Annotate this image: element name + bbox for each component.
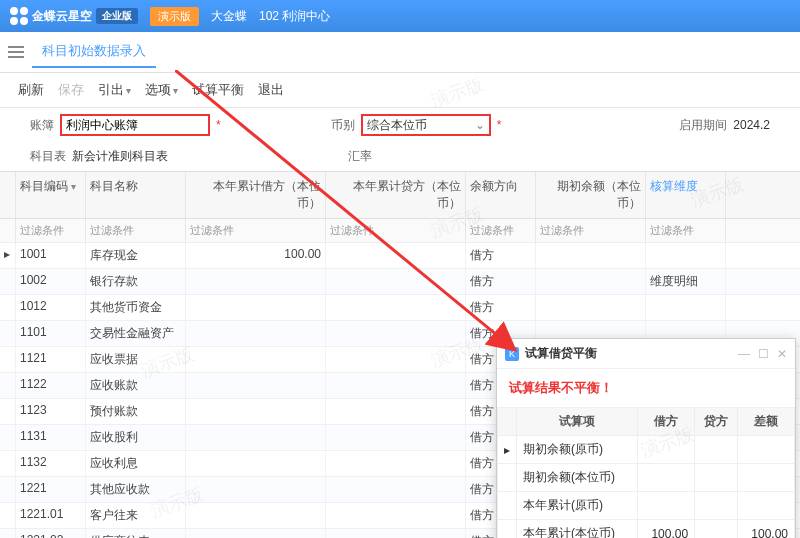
grid-header: 科目编码 ▾ 科目名称 本年累计借方（本位币） 本年累计贷方（本位币） 余额方向… xyxy=(0,172,800,219)
options-button[interactable]: 选项 xyxy=(145,81,178,99)
org-name[interactable]: 大金蝶 xyxy=(211,8,247,25)
form-row-1: 账簿 * 币别 综合本位币 * 启用期间 2024.2 xyxy=(0,108,800,142)
required-star: * xyxy=(216,118,221,132)
popup-row: 本年累计(原币) xyxy=(498,492,795,520)
edition-badge: 企业版 xyxy=(96,8,138,24)
filter-row[interactable]: 过滤条件 过滤条件 过滤条件 过滤条件 过滤条件 过滤条件 过滤条件 xyxy=(0,219,800,243)
refresh-button[interactable]: 刷新 xyxy=(18,81,44,99)
currency-label: 币别 xyxy=(331,117,355,134)
close-icon[interactable]: ✕ xyxy=(777,347,787,361)
col-debit[interactable]: 本年累计借方（本位币） xyxy=(186,172,326,218)
save-button[interactable]: 保存 xyxy=(58,81,84,99)
toolbar: 刷新 保存 引出 选项 试算平衡 退出 xyxy=(0,73,800,108)
schema-value: 新会计准则科目表 xyxy=(72,148,168,165)
export-button[interactable]: 引出 xyxy=(98,81,131,99)
demo-badge: 演示版 xyxy=(150,7,199,26)
tab-row: 科目初始数据录入 xyxy=(0,32,800,73)
trial-balance-popup: K 试算借贷平衡 — ☐ ✕ 试算结果不平衡！ 试算项 借方 贷方 差额 ▸期初… xyxy=(496,338,796,538)
center-name[interactable]: 102 利润中心 xyxy=(259,8,330,25)
top-bar: 金蝶云星空 企业版 演示版 大金蝶 102 利润中心 xyxy=(0,0,800,32)
schema-label: 科目表 xyxy=(30,148,66,165)
popup-row: 期初余额(本位币) xyxy=(498,464,795,492)
popup-col-diff: 差额 xyxy=(737,408,794,436)
form-row-2: 科目表 新会计准则科目表 汇率 xyxy=(0,142,800,171)
popup-header[interactable]: K 试算借贷平衡 — ☐ ✕ xyxy=(497,339,795,369)
popup-row: 本年累计(本位币)100.00100.00 xyxy=(498,520,795,539)
col-name[interactable]: 科目名称 xyxy=(86,172,186,218)
table-row[interactable]: ▸1001库存现金100.00借方 xyxy=(0,243,800,269)
maximize-icon[interactable]: ☐ xyxy=(758,347,769,361)
popup-icon: K xyxy=(505,347,519,361)
tab-initial-data[interactable]: 科目初始数据录入 xyxy=(32,36,156,68)
menu-icon[interactable] xyxy=(8,44,24,60)
popup-row: ▸期初余额(原币) xyxy=(498,436,795,464)
logo-icon xyxy=(10,7,28,25)
book-input[interactable] xyxy=(60,114,210,136)
exit-button[interactable]: 退出 xyxy=(258,81,284,99)
popup-title: 试算借贷平衡 xyxy=(525,345,597,362)
book-label: 账簿 xyxy=(30,117,54,134)
minimize-icon[interactable]: — xyxy=(738,347,750,361)
popup-col-credit: 贷方 xyxy=(695,408,738,436)
brand-logo: 金蝶云星空 企业版 xyxy=(10,7,138,25)
popup-col-debit: 借方 xyxy=(637,408,694,436)
popup-table: 试算项 借方 贷方 差额 ▸期初余额(原币)期初余额(本位币)本年累计(原币)本… xyxy=(497,407,795,538)
table-row[interactable]: 1002银行存款借方维度明细 xyxy=(0,269,800,295)
trial-balance-button[interactable]: 试算平衡 xyxy=(192,81,244,99)
col-credit[interactable]: 本年累计贷方（本位币） xyxy=(326,172,466,218)
required-star: * xyxy=(497,118,502,132)
col-dim[interactable]: 核算维度 xyxy=(646,172,726,218)
period-value: 2024.2 xyxy=(733,118,770,132)
popup-col-item: 试算项 xyxy=(517,408,638,436)
table-row[interactable]: 1012其他货币资金借方 xyxy=(0,295,800,321)
popup-message: 试算结果不平衡！ xyxy=(497,369,795,407)
col-dir[interactable]: 余额方向 xyxy=(466,172,536,218)
period-label: 启用期间 xyxy=(679,117,727,134)
brand-text: 金蝶云星空 xyxy=(32,8,92,25)
rate-label: 汇率 xyxy=(348,148,372,165)
currency-select[interactable]: 综合本位币 xyxy=(361,114,491,136)
col-open[interactable]: 期初余额（本位币） xyxy=(536,172,646,218)
col-code[interactable]: 科目编码 ▾ xyxy=(16,172,86,218)
